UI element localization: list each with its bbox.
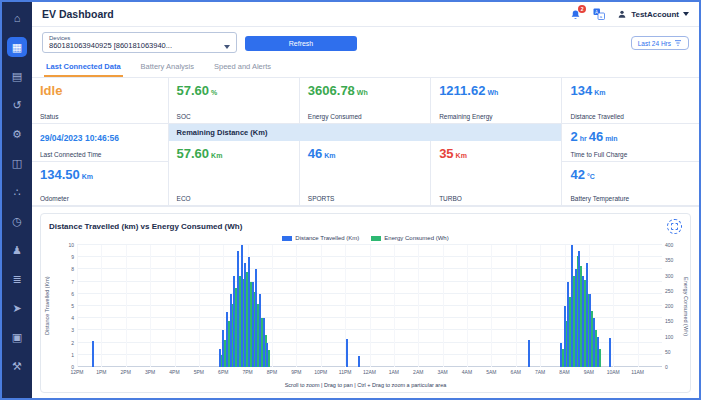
sidebar-item-history[interactable]: ↺	[7, 95, 27, 115]
x-gridline	[418, 245, 419, 367]
stat-status-value: Idle	[40, 83, 62, 98]
stat-sports-label: SPORTS	[308, 195, 422, 202]
stat-remaining-energy-value: 1211.62	[439, 83, 485, 98]
x-gridline	[638, 245, 639, 367]
chart-plot[interactable]: 01234567891005010015020025030035040012PM…	[77, 245, 662, 367]
y-axis-left-title: Distance Travelled (Km)	[44, 245, 50, 367]
history-icon: ↺	[12, 99, 21, 112]
package-icon: ▣	[12, 331, 22, 344]
x-gridline	[540, 245, 541, 367]
x-axis-tick: 11AM	[628, 369, 648, 375]
x-axis-tick: 2AM	[408, 369, 428, 375]
x-gridline	[370, 245, 371, 367]
x-axis-tick: 8PM	[262, 369, 282, 375]
stat-status-label: Status	[40, 113, 160, 120]
bar-distance	[358, 356, 360, 367]
y-axis-left-tick: 10	[62, 242, 74, 248]
timer-icon: ◷	[12, 215, 22, 228]
x-axis-tick: 2PM	[116, 369, 136, 375]
bar-energy	[268, 350, 270, 367]
language-button[interactable]: A a	[593, 8, 605, 20]
stat-time-to-full: 2hr46min Time to Full Charge	[562, 124, 699, 162]
legend-swatch-distance	[282, 236, 292, 241]
y-axis-left-tick: 8	[62, 266, 74, 272]
x-axis-tick: 10PM	[311, 369, 331, 375]
tab-speed-and-alerts[interactable]: Speed and Alerts	[212, 58, 273, 77]
legend-swatch-energy	[371, 236, 381, 241]
sidebar-item-timer[interactable]: ◷	[7, 211, 27, 231]
toolbar: Devices 860181063940925 [860181063940...…	[32, 27, 699, 56]
stat-odometer-label: Odometer	[40, 195, 160, 202]
settings-icon: ⚙	[12, 128, 22, 141]
x-axis-tick: 7PM	[238, 369, 258, 375]
select-caret-icon	[224, 45, 230, 49]
tab-battery-analysis[interactable]: Battery Analysis	[139, 58, 196, 77]
legend-item-distance[interactable]: Distance Travelled (Km)	[282, 235, 359, 241]
notification-badge: 2	[578, 5, 586, 13]
sidebar-item-analytics[interactable]: ◫	[7, 153, 27, 173]
stat-time-to-full-hours-unit: hr	[580, 135, 587, 142]
y-axis-right-tick: 150	[665, 318, 681, 324]
x-gridline	[394, 245, 395, 367]
stat-turbo-unit: Km	[456, 152, 467, 159]
stat-energy-consumed: 3606.78Wh Energy Consumed	[300, 78, 431, 124]
stat-time-to-full-label: Time to Full Charge	[570, 151, 691, 158]
device-select[interactable]: Devices 860181063940925 [860181063940...	[42, 32, 237, 53]
launch-icon: ➤	[12, 302, 21, 315]
y-axis-right-tick: 400	[665, 242, 681, 248]
tools-icon: ⚒	[12, 360, 22, 373]
y-axis-right-tick: 350	[665, 257, 681, 263]
time-filter-button[interactable]: Last 24 Hrs	[631, 36, 689, 50]
x-gridline	[516, 245, 517, 367]
stat-battery-temp-value: 42	[570, 167, 584, 182]
sidebar-item-home[interactable]: ⌂	[7, 8, 27, 28]
x-axis-tick: 4AM	[457, 369, 477, 375]
stat-turbo-label: TURBO	[439, 195, 553, 202]
chart-fullscreen-button[interactable]	[667, 219, 682, 234]
main-area: EV Dashboard 2 A a TestAccount	[32, 2, 699, 398]
sidebar-item-launch[interactable]: ➤	[7, 298, 27, 318]
stat-time-to-full-hours: 2	[570, 129, 577, 144]
sidebar-item-controls[interactable]: ≣	[7, 269, 27, 289]
x-gridline	[77, 245, 78, 367]
stat-soc-label: SOC	[177, 113, 291, 120]
account-menu[interactable]: TestAccount	[617, 9, 689, 19]
x-axis-tick: 7AM	[530, 369, 550, 375]
user-icon	[617, 9, 627, 19]
stat-last-connected-value: 29/04/2023 10:46:56	[40, 133, 119, 143]
stat-remaining-energy-label: Remaining Energy	[439, 113, 553, 120]
time-filter-label: Last 24 Hrs	[638, 40, 671, 47]
add-user-icon: ♟	[12, 244, 22, 257]
sidebar-item-tools[interactable]: ⚒	[7, 356, 27, 376]
y-axis-right-tick: 50	[665, 349, 681, 355]
x-axis-tick: 5PM	[189, 369, 209, 375]
x-gridline	[321, 245, 322, 367]
sidebar-item-dashboard[interactable]: ▦	[7, 37, 27, 57]
chart-card: Distance Travelled (km) vs Energy Consum…	[40, 213, 691, 393]
y-axis-left-tick: 2	[62, 340, 74, 346]
stat-battery-temp-label: Battery Temperature	[570, 195, 691, 202]
stat-time-to-full-mins: 46	[589, 129, 603, 144]
tab-bar: Last Connected Data Battery Analysis Spe…	[32, 56, 699, 78]
remaining-distance-header: Remaining Distance (Km)	[169, 124, 562, 141]
sidebar-item-add-user[interactable]: ♟	[7, 240, 27, 260]
x-axis-tick: 8AM	[555, 369, 575, 375]
y-axis-left-tick: 5	[62, 303, 74, 309]
sidebar-item-connections[interactable]: ∴	[7, 182, 27, 202]
sidebar-item-package[interactable]: ▣	[7, 327, 27, 347]
tab-last-connected-data[interactable]: Last Connected Data	[44, 58, 123, 77]
refresh-button[interactable]: Refresh	[245, 36, 357, 51]
stat-distance-travelled: 134Km Distance Travelled	[562, 78, 699, 124]
stats-grid: Idle Status 57.60% SOC 3606.78Wh Energy …	[32, 78, 699, 207]
sidebar-item-settings[interactable]: ⚙	[7, 124, 27, 144]
x-gridline	[272, 245, 273, 367]
bar-distance	[609, 338, 611, 367]
remaining-distance-cards: 57.60Km ECO 46Km SPORTS 35Km TURBO	[169, 141, 562, 205]
bar-energy	[599, 349, 601, 367]
sidebar-item-reports[interactable]: ▤	[7, 66, 27, 86]
notifications-button[interactable]: 2	[570, 9, 581, 20]
stat-battery-temp-unit: °C	[587, 173, 595, 180]
x-axis-tick: 1PM	[91, 369, 111, 375]
legend-item-energy[interactable]: Energy Consumed (Wh)	[371, 235, 448, 241]
page-title: EV Dashboard	[42, 8, 114, 20]
